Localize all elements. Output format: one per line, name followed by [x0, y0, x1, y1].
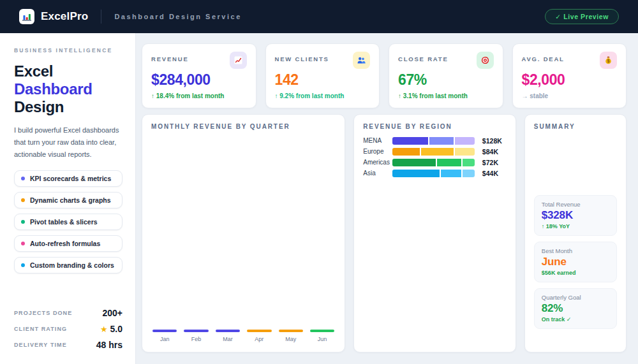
- revenue-by-region-panel: REVENUE BY REGION MENA $128K: [353, 114, 516, 353]
- summary-value: $328K: [542, 209, 609, 222]
- kpi-label: NEW CLIENTS: [275, 55, 329, 62]
- bar-column-may: May: [279, 330, 303, 342]
- kpi-card-avg-deal: AVG. DEAL $ $2,000 → stable: [512, 43, 627, 108]
- stat-value: ★ 5.0: [100, 324, 122, 334]
- summary-sub: $56K earned: [542, 270, 609, 276]
- bullet-dot-icon: [21, 198, 25, 202]
- bar-column-mar: Mar: [216, 330, 240, 342]
- bar-segment: [455, 148, 475, 156]
- monthly-revenue-panel: MONTHLY REVENUE BY QUARTER Jan Feb: [142, 114, 345, 353]
- summary-label: Quarterly Goal: [542, 294, 609, 301]
- brand-name: ExcelPro: [41, 10, 88, 23]
- x-tick-label: Mar: [216, 336, 240, 342]
- kpi-label: AVG. DEAL: [522, 55, 565, 62]
- x-tick-label: Jun: [310, 336, 334, 342]
- panel-title: SUMMARY: [534, 123, 617, 130]
- summary-value: June: [542, 256, 609, 268]
- kpi-value: $284,000: [151, 71, 247, 89]
- charts-row: MONTHLY REVENUE BY QUARTER Jan Feb: [142, 114, 627, 353]
- feature-label: KPI scorecards & metrics: [30, 175, 111, 182]
- kpi-card-close-rate: CLOSE RATE 67% ↑ 3.1% from last month: [389, 43, 503, 108]
- bar-segment: [392, 137, 428, 145]
- bullet-dot-icon: [21, 177, 25, 180]
- feature-item-custom-branding: Custom branding & colors: [14, 257, 122, 273]
- feature-list: KPI scorecards & metrics Dynamic charts …: [14, 170, 122, 273]
- live-preview-badge[interactable]: ✓ Live Preview: [545, 9, 619, 24]
- sidebar-kicker: BUSINESS INTELLIGENCE: [14, 47, 122, 54]
- kpi-trend: ↑ 18.4% from last month: [151, 92, 247, 99]
- stat-projects-done: PROJECTS DONE 200+: [14, 308, 122, 318]
- bar: [184, 330, 208, 332]
- bar-chart-logo-icon: [19, 9, 34, 24]
- rating-number: 5.0: [110, 324, 122, 334]
- feature-item-auto-refresh: Auto-refresh formulas: [14, 235, 122, 252]
- region-row-americas: Americas $72K: [363, 158, 507, 166]
- summary-panel: SUMMARY Total Revenue $328K ↑ 18% YoY Be…: [524, 114, 627, 353]
- bullet-dot-icon: [21, 220, 25, 224]
- stat-label: CLIENT RATING: [14, 326, 67, 332]
- feature-item-dynamic-charts: Dynamic charts & graphs: [14, 192, 122, 208]
- topbar-subtitle: Dashboard Design Service: [114, 13, 241, 20]
- service-description: I build powerful Excel dashboards that t…: [14, 124, 122, 160]
- bar-segment: [437, 159, 462, 166]
- kpi-value: 142: [275, 71, 371, 89]
- bar-segment: [392, 159, 435, 166]
- region-bar-chart: MENA $128K Europe: [363, 136, 507, 177]
- people-icon: [353, 52, 370, 69]
- feature-item-pivot-tables: Pivot tables & slicers: [14, 214, 122, 230]
- bar-column-feb: Feb: [184, 330, 208, 342]
- kpi-trend: ↑ 9.2% from last month: [275, 92, 371, 99]
- sidebar: BUSINESS INTELLIGENCE Excel Dashboard De…: [0, 33, 136, 364]
- feature-label: Auto-refresh formulas: [30, 240, 100, 247]
- region-value: $128K: [482, 137, 507, 145]
- kpi-value: 67%: [398, 71, 494, 89]
- bar-segment: [455, 137, 475, 145]
- kpi-card-new-clients: NEW CLIENTS 142 ↑ 9.2% from last month: [265, 43, 380, 108]
- summary-box-best-month: Best Month June $56K earned: [534, 242, 617, 282]
- star-icon: ★: [100, 324, 108, 334]
- x-tick-label: Jan: [152, 336, 177, 342]
- kpi-label: REVENUE: [151, 55, 189, 62]
- svg-text:$: $: [607, 59, 610, 64]
- kpi-card-row: REVENUE $284,000 ↑ 18.4% from last month: [142, 43, 627, 108]
- summary-label: Best Month: [542, 247, 609, 254]
- page-title: Excel Dashboard Design: [14, 62, 122, 116]
- bar-segment: [392, 148, 419, 156]
- target-icon: [477, 52, 494, 69]
- bar: [247, 330, 271, 332]
- bar: [279, 330, 303, 332]
- bar-column-apr: Apr: [247, 330, 271, 342]
- region-row-asia: Asia $44K: [363, 169, 507, 177]
- bar-segment: [392, 170, 440, 177]
- bar: [152, 330, 177, 332]
- stat-delivery-time: DELIVERY TIME 48 hrs: [14, 340, 122, 350]
- region-value: $84K: [482, 148, 507, 156]
- bar: [310, 330, 334, 332]
- x-tick-label: Apr: [247, 336, 271, 342]
- summary-box-total-revenue: Total Revenue $328K ↑ 18% YoY: [534, 195, 617, 236]
- bar-segment: [441, 170, 461, 177]
- stacked-bar: [392, 137, 475, 145]
- title-line-3: Design: [14, 98, 64, 115]
- topbar: ExcelPro Dashboard Design Service ✓ Live…: [0, 0, 638, 33]
- topbar-divider: [101, 10, 101, 24]
- x-tick-label: May: [279, 336, 303, 342]
- panel-title: MONTHLY REVENUE BY QUARTER: [151, 123, 336, 130]
- bar: [216, 330, 240, 332]
- panel-title: REVENUE BY REGION: [363, 123, 507, 130]
- summary-value: 82%: [542, 302, 609, 315]
- kpi-card-revenue: REVENUE $284,000 ↑ 18.4% from last month: [142, 43, 256, 108]
- summary-label: Total Revenue: [542, 201, 609, 208]
- bar-segment: [463, 170, 475, 177]
- kpi-label: CLOSE RATE: [398, 55, 449, 62]
- region-row-mena: MENA $128K: [363, 136, 507, 145]
- bar-segment: [429, 137, 453, 145]
- stat-label: PROJECTS DONE: [14, 310, 72, 316]
- feature-label: Custom branding & colors: [30, 261, 114, 269]
- title-line-1: Excel: [14, 62, 53, 80]
- chart-line-icon: [230, 52, 247, 69]
- region-label: Europe: [363, 148, 392, 155]
- main-content: REVENUE $284,000 ↑ 18.4% from last month: [136, 33, 638, 364]
- stacked-bar: [392, 148, 475, 156]
- kpi-trend: ↑ 3.1% from last month: [398, 92, 494, 99]
